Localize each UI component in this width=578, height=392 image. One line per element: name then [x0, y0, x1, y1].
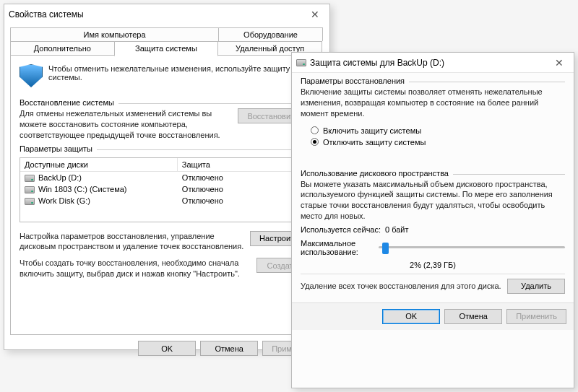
drive-status: Отключено: [178, 173, 301, 183]
titlebar[interactable]: Защита системы для BackUp (D:) ✕: [292, 53, 574, 73]
restore-text: Для отмены нежелательных изменений систе…: [20, 108, 232, 141]
col-protection[interactable]: Защита: [178, 158, 301, 171]
restore-section: Восстановление системы Для отмены нежела…: [20, 103, 314, 141]
disk-usage-text: Вы можете указать максимальный объем дис…: [301, 179, 565, 222]
drive-name: Win 1803 (C:) (Система): [38, 185, 127, 193]
intro-text: Чтобы отменить нежелательные изменения, …: [48, 64, 314, 87]
window-title: Защита системы для BackUp (D:): [310, 58, 549, 68]
tab-advanced[interactable]: Дополнительно: [10, 41, 115, 56]
slider-value: 2% (2,39 ГБ): [301, 258, 565, 269]
shield-icon: [20, 64, 43, 87]
window-title: Свойства системы: [9, 9, 305, 19]
cancel-button[interactable]: Отмена: [200, 341, 258, 356]
delete-text: Удаление всех точек восстановления для э…: [301, 281, 501, 292]
ok-button[interactable]: OK: [138, 341, 196, 356]
protection-params-section: Параметры защиты Доступные диски Защита …: [20, 149, 314, 279]
restore-legend: Восстановление системы: [20, 98, 118, 107]
max-usage-label: Максимальное использование:: [301, 239, 373, 256]
radio-label: Отключить защиту системы: [323, 138, 426, 147]
create-text: Чтобы создать точку восстановления, необ…: [20, 258, 251, 279]
system-protection-dialog: Защита системы для BackUp (D:) ✕ Парамет…: [291, 52, 574, 388]
restore-params-section: Параметры восстановления Включение защит…: [301, 82, 565, 148]
close-icon[interactable]: ✕: [305, 6, 325, 23]
disk-usage-section: Использование дискового пространства Вы …: [301, 174, 565, 294]
drive-icon: [25, 198, 35, 205]
radio-label: Включить защиту системы: [323, 126, 421, 135]
used-label: Используется сейчас:: [301, 225, 381, 234]
drive-icon: [25, 186, 35, 193]
table-row[interactable]: Work Disk (G:) Отключено: [20, 195, 301, 206]
drive-name: Work Disk (G:): [38, 196, 90, 205]
radio-icon: [311, 126, 319, 134]
radio-disable-protection[interactable]: Отключить защиту системы: [301, 136, 565, 148]
drives-table: Доступные диски Защита BackUp (D:) Отклю…: [20, 157, 314, 222]
params-legend: Параметры защиты: [20, 144, 97, 153]
cancel-button[interactable]: Отмена: [444, 309, 502, 324]
delete-button[interactable]: Удалить: [507, 279, 565, 294]
tab-system-protection[interactable]: Защита системы: [114, 41, 219, 56]
tab-computer-name[interactable]: Имя компьютера: [10, 27, 219, 41]
drive-status: Отключено: [178, 184, 301, 194]
table-row[interactable]: BackUp (D:) Отключено: [20, 172, 301, 183]
restore-params-legend: Параметры восстановления: [301, 77, 409, 85]
drive-icon: [296, 59, 306, 66]
apply-button[interactable]: Применить: [506, 309, 566, 324]
max-usage-slider[interactable]: [379, 246, 565, 248]
drive-status: Отключено: [178, 196, 301, 206]
tab-hardware[interactable]: Оборудование: [218, 27, 323, 41]
drive-name: BackUp (D:): [38, 173, 82, 182]
radio-icon: [311, 138, 319, 146]
tab-panel: Чтобы отменить нежелательные изменения, …: [10, 55, 324, 335]
configure-text: Настройка параметров восстановления, упр…: [20, 231, 244, 253]
system-properties-window: Свойства системы ✕ Имя компьютера Оборуд…: [4, 4, 330, 350]
titlebar[interactable]: Свойства системы ✕: [4, 4, 329, 25]
radio-enable-protection[interactable]: Включить защиту системы: [301, 125, 565, 136]
close-icon[interactable]: ✕: [549, 54, 569, 71]
ok-button[interactable]: OK: [382, 309, 440, 324]
drive-icon: [25, 175, 35, 182]
used-value: 0 байт: [385, 225, 409, 234]
table-row[interactable]: Win 1803 (C:) (Система) Отключено: [20, 183, 301, 195]
col-drives[interactable]: Доступные диски: [20, 158, 178, 171]
restore-description: Включение защиты системы позволяет отмен…: [301, 87, 565, 119]
disk-usage-legend: Использование дискового пространства: [301, 169, 453, 178]
slider-thumb[interactable]: [382, 243, 389, 254]
